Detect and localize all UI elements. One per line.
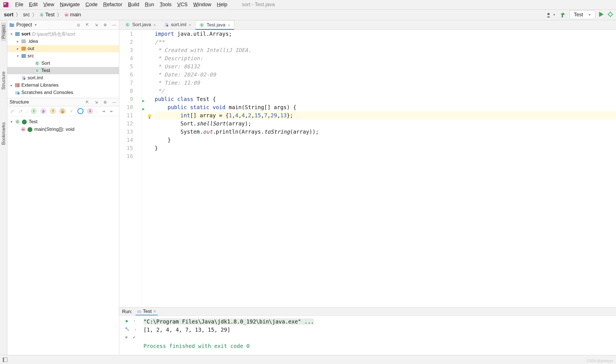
- svg-rect-16: [167, 25, 168, 26]
- watermark: CSDN @gobeyye: [586, 359, 613, 363]
- line-number-gutter: 12345678910111213141516: [119, 30, 142, 307]
- tree-item-.idea[interactable]: ▸.idea: [7, 38, 119, 45]
- menu-code[interactable]: Code: [83, 1, 100, 8]
- up-icon[interactable]: ↑: [134, 319, 136, 323]
- collapse-all-icon[interactable]: ⇲: [94, 100, 99, 105]
- code-editor[interactable]: import java.util.Arrays;/** * Created wi…: [152, 30, 616, 307]
- run-config-selector[interactable]: Test▼: [570, 10, 595, 19]
- navigation-bar: sort〉src〉CTest〉mmain ▼ Test▼: [0, 10, 616, 20]
- collapse-all-icon[interactable]: ⇲: [94, 23, 99, 28]
- locate-icon[interactable]: ◎: [76, 23, 81, 28]
- show-lambda-icon[interactable]: λ: [87, 108, 93, 114]
- breadcrumb-test[interactable]: CTest: [38, 11, 56, 18]
- show-nonpublic-icon[interactable]: 🔒: [59, 108, 66, 114]
- svg-point-14: [17, 92, 20, 95]
- run-tab-label[interactable]: Test: [143, 309, 152, 314]
- build-icon[interactable]: [559, 12, 566, 18]
- structure-tree[interactable]: ▾ C ⬤ Test m ⬤ main(String[]): void: [7, 116, 119, 135]
- svg-rect-10: [10, 23, 12, 24]
- autoscroll-to-icon[interactable]: ⇥: [101, 109, 106, 114]
- show-properties-icon[interactable]: p: [40, 108, 46, 114]
- settings-icon[interactable]: ⚙: [103, 100, 108, 105]
- project-view-chevron-icon[interactable]: ▼: [34, 23, 37, 26]
- editor-tab-test-java[interactable]: CTest.java×: [195, 20, 234, 30]
- rerun-icon[interactable]: ▶: [126, 319, 129, 323]
- close-icon[interactable]: ×: [228, 23, 230, 28]
- project-title: Project: [16, 22, 32, 28]
- hide-icon[interactable]: —: [112, 23, 117, 28]
- menu-help[interactable]: Help: [214, 1, 230, 8]
- console-cmd: "C:\Program Files\Java\jdk1.8.0_192\bin\…: [143, 318, 314, 325]
- debug-icon[interactable]: [608, 12, 613, 18]
- intention-gutter: 💡: [147, 30, 152, 307]
- editor-tab-sort-java[interactable]: CSort.java×: [121, 20, 160, 30]
- settings-icon[interactable]: ⚙: [103, 23, 108, 28]
- tree-item-sort[interactable]: CSort: [7, 60, 119, 67]
- menu-navigate[interactable]: Navigate: [57, 1, 83, 8]
- soft-wrap-icon[interactable]: ↲: [132, 335, 136, 339]
- down-icon[interactable]: ↓: [134, 327, 136, 331]
- editor-tab-sort-iml[interactable]: sort.iml×: [160, 20, 195, 30]
- run-gutter: ▶▶: [142, 30, 147, 307]
- gutter-run-icon[interactable]: ▶: [142, 105, 145, 113]
- console-exit: Process finished with exit code 0: [143, 342, 616, 350]
- toolwindows-toggle-icon[interactable]: [3, 358, 7, 362]
- structure-method: main(String[]): void: [34, 127, 75, 132]
- breadcrumb-sort[interactable]: sort: [3, 11, 15, 18]
- window-title: sort - Test.java: [242, 2, 275, 8]
- svg-marker-3: [599, 12, 604, 17]
- structure-header: Structure ⇱ ⇲ ⚙ —: [7, 98, 119, 106]
- sort-icon[interactable]: ↓ᶻ: [10, 109, 15, 114]
- left-toolwindow-strip: ProjectStructureBookmarks: [0, 20, 7, 355]
- user-icon[interactable]: ▼: [547, 12, 556, 17]
- wrench-icon[interactable]: 🔧: [125, 327, 129, 331]
- breadcrumb-src[interactable]: src: [22, 11, 31, 18]
- menu-edit[interactable]: Edit: [26, 1, 41, 8]
- structure-title: Structure: [10, 99, 29, 105]
- hide-icon[interactable]: —: [112, 100, 117, 105]
- breadcrumb-main[interactable]: mmain: [63, 11, 82, 18]
- tree-item-src[interactable]: ▾src: [7, 52, 119, 60]
- menu-run[interactable]: Run: [142, 1, 157, 8]
- sort-alpha-icon[interactable]: ↓ᵃ: [18, 109, 23, 114]
- expand-all-icon[interactable]: ⇱: [85, 100, 90, 105]
- run-console[interactable]: "C:\Program Files\Java\jdk1.8.0_192\bin\…: [142, 316, 616, 355]
- svg-rect-1: [4, 3, 6, 5]
- menu-refactor[interactable]: Refactor: [100, 1, 125, 8]
- tree-item-sort.iml[interactable]: sort.iml: [7, 74, 119, 82]
- project-header: Project ▼ ◎ ⇱ ⇲ ⚙ —: [7, 20, 119, 30]
- expand-all-icon[interactable]: ⇱: [85, 23, 90, 28]
- run-tab-icon: [137, 310, 141, 313]
- menu-view[interactable]: View: [41, 1, 57, 8]
- project-tree[interactable]: ▾sort D:\java代码仓库\sort▸.idea▸out▾srcCSor…: [7, 30, 119, 98]
- tree-scratches[interactable]: Scratches and Consoles: [7, 89, 119, 96]
- filter-icon[interactable]: ⑂: [69, 109, 74, 114]
- tree-item-out[interactable]: ▸out: [7, 45, 119, 52]
- tree-external-libraries[interactable]: ▸External Libraries: [7, 82, 119, 89]
- menu-tools[interactable]: Tools: [157, 1, 174, 8]
- close-icon[interactable]: ×: [153, 23, 156, 27]
- show-interfaces-icon[interactable]: I: [31, 108, 37, 114]
- status-bar: [0, 355, 616, 364]
- stop-icon[interactable]: ■: [125, 335, 128, 339]
- close-icon[interactable]: ×: [189, 23, 191, 27]
- toolwindow-tab-structure[interactable]: Structure: [1, 69, 6, 92]
- show-fields-icon[interactable]: f: [50, 108, 56, 114]
- show-inherited-icon[interactable]: O: [77, 108, 84, 114]
- menu-window[interactable]: Window: [190, 1, 214, 8]
- svg-rect-17: [137, 310, 141, 313]
- menu-vcs[interactable]: VCS: [174, 1, 190, 8]
- intention-bulb-icon[interactable]: 💡: [147, 113, 152, 121]
- gutter-run-icon[interactable]: ▶: [142, 97, 145, 105]
- toolwindow-tab-bookmarks[interactable]: Bookmarks: [1, 120, 6, 147]
- menu-build[interactable]: Build: [125, 1, 142, 8]
- run-title: Run:: [122, 309, 132, 314]
- run-icon[interactable]: [599, 12, 604, 18]
- tree-item-test[interactable]: CTest: [7, 67, 119, 74]
- method-icon: m: [21, 127, 26, 132]
- toolwindow-tab-project[interactable]: Project: [1, 23, 6, 41]
- menu-file[interactable]: File: [12, 1, 26, 8]
- autoscroll-from-icon[interactable]: ⇤: [109, 109, 114, 114]
- close-icon[interactable]: ×: [153, 309, 156, 314]
- tree-root[interactable]: ▾sort D:\java代码仓库\sort: [7, 30, 119, 38]
